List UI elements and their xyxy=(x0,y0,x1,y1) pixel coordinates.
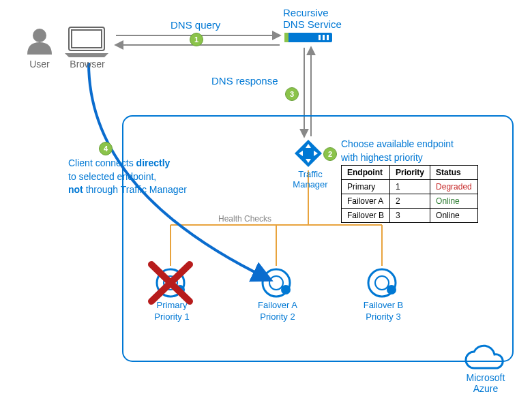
svg-rect-5 xyxy=(319,35,321,40)
svg-point-0 xyxy=(33,29,46,42)
health-checks-label: Health Checks xyxy=(218,214,271,224)
step-3-badge: 3 xyxy=(285,87,299,101)
txt: Primary xyxy=(157,300,188,310)
client-direct-note: Client connects directly to selected end… xyxy=(68,157,205,197)
txt: Priority 3 xyxy=(366,312,400,322)
azure-cloud-icon xyxy=(466,346,503,368)
svg-rect-3 xyxy=(284,33,332,42)
traffic-manager-label: Traffic Manager xyxy=(286,169,334,190)
table-row: Failover A 2 Online xyxy=(342,194,478,209)
txt: Choose available endpoint xyxy=(341,138,454,149)
step-2-badge: 2 xyxy=(323,147,337,161)
svg-rect-6 xyxy=(323,35,325,40)
table-row: Failover B 3 Online xyxy=(342,209,478,223)
txt: not xyxy=(68,184,83,195)
cell: 3 xyxy=(390,209,430,223)
col-endpoint: Endpoint xyxy=(342,166,390,180)
user-label: User xyxy=(27,59,52,70)
status-degraded: Degraded xyxy=(430,180,478,194)
endpoint-failover-a-icon xyxy=(263,269,291,297)
txt: Priority 2 xyxy=(260,312,295,322)
table-header-row: Endpoint Priority Status xyxy=(342,166,478,180)
browser-icon xyxy=(65,27,108,57)
cell: Primary xyxy=(342,180,390,194)
table-row: Primary 1 Degraded xyxy=(342,180,478,194)
cell: 1 xyxy=(390,180,430,194)
priority-table: Endpoint Priority Status Primary 1 Degra… xyxy=(341,165,478,223)
svg-rect-4 xyxy=(284,33,289,42)
browser-label: Browser xyxy=(68,59,106,70)
endpoint-primary-label: Primary Priority 1 xyxy=(151,300,192,323)
dns-service-label: Recursive DNS Service xyxy=(283,7,351,30)
svg-rect-7 xyxy=(327,35,329,40)
cell: Failover B xyxy=(342,209,390,223)
choose-endpoint-note: Choose available endpoint with highest p… xyxy=(341,138,498,164)
endpoint-failover-b-icon xyxy=(368,269,396,297)
dns-service-icon xyxy=(284,33,332,42)
status-online: Online xyxy=(430,194,478,209)
dns-query-label: DNS query xyxy=(171,19,220,31)
dns-response-label: DNS response xyxy=(211,75,278,87)
endpoint-failover-a-label: Failover A Priority 2 xyxy=(254,300,301,323)
cell: 2 xyxy=(390,194,430,209)
txt: Client connects xyxy=(68,157,136,168)
txt: Failover A xyxy=(258,300,297,310)
svg-point-22 xyxy=(269,276,283,290)
endpoint-failover-b-label: Failover B Priority 3 xyxy=(359,300,407,323)
txt: directly xyxy=(136,157,171,168)
status-online: Online xyxy=(430,209,478,223)
txt: Priority 1 xyxy=(154,312,189,322)
user-icon xyxy=(27,29,52,55)
col-status: Status xyxy=(430,166,478,180)
txt: to selected endpoint, xyxy=(68,171,156,182)
azure-label: Microsoft Azure xyxy=(458,372,513,394)
svg-point-23 xyxy=(281,285,291,294)
svg-point-25 xyxy=(375,276,389,290)
step-4-badge: 4 xyxy=(99,142,113,155)
step-1-badge: 1 xyxy=(190,33,203,46)
col-priority: Priority xyxy=(390,166,430,180)
txt: Failover B xyxy=(364,300,404,310)
cell: Failover A xyxy=(342,194,390,209)
svg-rect-2 xyxy=(72,30,102,48)
txt: through Traffic Manager xyxy=(83,184,187,195)
traffic-manager-icon xyxy=(295,140,322,167)
txt: with highest priority xyxy=(341,152,423,163)
svg-point-26 xyxy=(387,285,396,294)
